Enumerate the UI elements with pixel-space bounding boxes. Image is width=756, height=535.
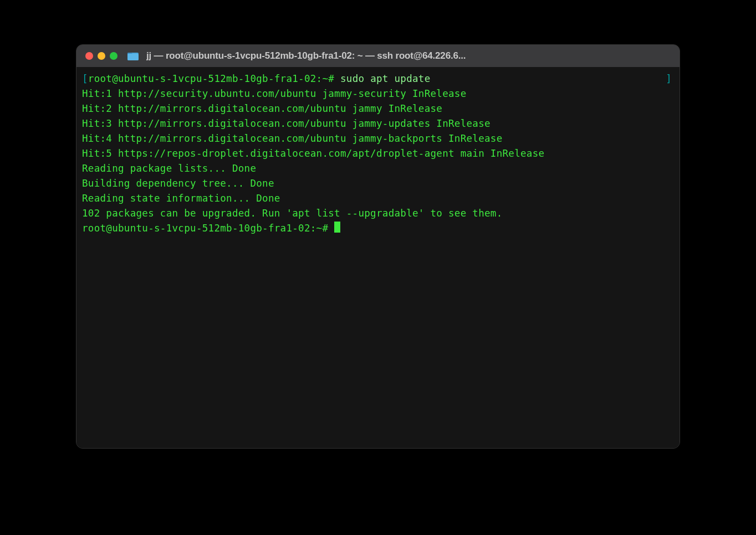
prompt: root@ubuntu-s-1vcpu-512mb-10gb-fra1-02:~… (88, 73, 334, 84)
prompt-line: [root@ubuntu-s-1vcpu-512mb-10gb-fra1-02:… (82, 71, 674, 86)
output-line: Hit:1 http://security.ubuntu.com/ubuntu … (82, 86, 674, 101)
minimize-button[interactable] (98, 52, 105, 60)
output-line: Building dependency tree... Done (82, 176, 674, 191)
bracket-close: ] (666, 71, 672, 86)
terminal-body[interactable]: [root@ubuntu-s-1vcpu-512mb-10gb-fra1-02:… (76, 67, 680, 448)
maximize-button[interactable] (110, 52, 118, 60)
folder-icon (127, 52, 139, 60)
command: sudo apt update (340, 73, 431, 84)
title-bar[interactable]: jj — root@ubuntu-s-1vcpu-512mb-10gb-fra1… (76, 45, 680, 67)
output-line: 102 packages can be upgraded. Run 'apt l… (82, 206, 674, 221)
output-line: Hit:2 http://mirrors.digitalocean.com/ub… (82, 101, 674, 116)
prompt-2: root@ubuntu-s-1vcpu-512mb-10gb-fra1-02:~… (82, 223, 334, 234)
output-line: Reading package lists... Done (82, 161, 674, 176)
output-line: Hit:5 https://repos-droplet.digitalocean… (82, 146, 674, 161)
svg-rect-1 (127, 54, 139, 60)
cursor (334, 222, 340, 233)
output-line: Reading state information... Done (82, 191, 674, 206)
output-line: Hit:3 http://mirrors.digitalocean.com/ub… (82, 116, 674, 131)
prompt-line-2: root@ubuntu-s-1vcpu-512mb-10gb-fra1-02:~… (82, 221, 674, 236)
terminal-window: jj — root@ubuntu-s-1vcpu-512mb-10gb-fra1… (76, 44, 680, 449)
output-line: Hit:4 http://mirrors.digitalocean.com/ub… (82, 131, 674, 146)
close-button[interactable] (85, 52, 93, 60)
window-title: jj — root@ubuntu-s-1vcpu-512mb-10gb-fra1… (146, 50, 466, 61)
bracket-open: [ (82, 73, 88, 84)
